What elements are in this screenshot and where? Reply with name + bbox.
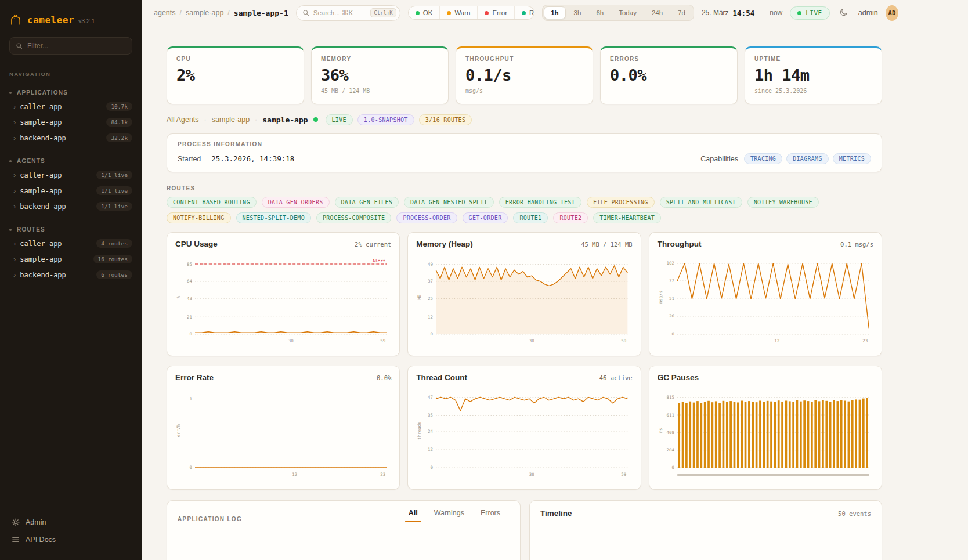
svg-text:815: 815	[666, 395, 674, 400]
sidebar-logo-row: cameleer v3.2.1	[0, 0, 142, 26]
capability-chip-metrics: METRICS	[833, 153, 871, 164]
sidebar-section-header-agents[interactable]: AGENTS	[0, 155, 142, 167]
time-range-3h[interactable]: 3h	[567, 6, 588, 19]
agent-badges: LIVE1.0-SNAPSHOT3/16 ROUTES	[326, 114, 472, 125]
time-range-6h[interactable]: 6h	[589, 6, 611, 19]
time-range-today[interactable]: Today	[612, 6, 644, 19]
sidebar-item-badge: 10.7k	[106, 102, 132, 111]
started-value: 25.3.2026, 14:39:18	[211, 154, 294, 163]
stat-card-throughput: THROUGHPUT0.1/smsg/s	[456, 46, 593, 104]
sidebar-item-agents-sample-app[interactable]: ›sample-app1/1 live	[0, 183, 142, 198]
route-chip-notify-billing[interactable]: NOTIFY-BILLING	[167, 212, 231, 223]
log-tab-all[interactable]: All	[409, 509, 418, 522]
process-info-title: PROCESS INFORMATION	[178, 141, 871, 147]
sidebar-item-agents-backend-app[interactable]: ›backend-app1/1 live	[0, 198, 142, 214]
chart-plot-throughput: 0265177102msg/s1223	[658, 252, 873, 345]
sidebar-item-label: backend-app	[20, 203, 92, 211]
log-tab-errors[interactable]: Errors	[481, 509, 500, 522]
route-chip-nested-split-demo[interactable]: NESTED-SPLIT-DEMO	[236, 212, 311, 223]
time-range-1h[interactable]: 1h	[544, 6, 565, 19]
chart-card-gc-pauses: GC Pauses0204408611815ms	[649, 366, 882, 490]
breadcrumb-sample-app[interactable]: sample-app	[186, 9, 223, 17]
global-search-input[interactable]	[313, 9, 366, 16]
route-chip-notify-warehouse[interactable]: NOTIFY-WAREHOUSE	[747, 197, 819, 208]
route-chip-file-processing[interactable]: FILE-PROCESSING	[587, 197, 655, 208]
route-chip-route2[interactable]: ROUTE2	[553, 212, 588, 223]
search-icon	[16, 42, 23, 49]
route-chip-timer-heartbeat[interactable]: TIMER-HEARTBEAT	[593, 212, 661, 223]
chart-plot-cpu-usage: 021436485%3059Alert	[175, 252, 391, 345]
theme-toggle-button[interactable]	[837, 5, 851, 21]
svg-text:59: 59	[622, 338, 627, 344]
route-chip-content-based-routing[interactable]: CONTENT-BASED-ROUTING	[167, 197, 257, 208]
time-range-7d[interactable]: 7d	[671, 6, 692, 19]
chart-title: CPU Usage	[175, 240, 218, 248]
bottom-row: APPLICATION LOG AllWarningsErrors Timeli…	[167, 500, 882, 560]
chart-card-error-rate: Error Rate0.0%01err/h1223	[167, 366, 400, 490]
sidebar-item-routes-caller-app[interactable]: ›caller-app4 routes	[0, 236, 142, 251]
sidebar-item-routes-backend-app[interactable]: ›backend-app6 routes	[0, 267, 142, 283]
log-tab-warnings[interactable]: Warnings	[434, 509, 464, 522]
stat-value: 1h 14m	[754, 66, 872, 84]
sidebar-section-header-applications[interactable]: APPLICATIONS	[0, 86, 142, 99]
route-chip-data-gen-nested-split[interactable]: DATA-GEN-NESTED-SPLIT	[404, 197, 494, 208]
range-end-label[interactable]: now	[770, 9, 782, 17]
sidebar-item-badge: 16 routes	[93, 255, 132, 263]
sidebar-item-applications-caller-app[interactable]: ›caller-app10.7k	[0, 99, 142, 114]
app-version: v3.2.1	[78, 17, 95, 24]
route-chip-process-composite[interactable]: PROCESS-COMPOSITE	[316, 212, 391, 223]
route-chip-route1[interactable]: ROUTE1	[513, 212, 548, 223]
log-tabs: AllWarningsErrors	[409, 509, 500, 522]
chart-title: Thread Count	[416, 373, 467, 382]
moon-icon	[839, 8, 848, 19]
started-label: Started	[178, 155, 201, 163]
route-chip-error-handling-test[interactable]: ERROR-HANDLING-TEST	[499, 197, 581, 208]
section-bullet-icon	[9, 92, 12, 94]
sidebar-footer-label: API Docs	[26, 536, 56, 544]
stat-value: 36%	[321, 66, 439, 84]
search-bar: Ctrl+K	[296, 5, 400, 21]
avatar[interactable]: AD	[886, 5, 898, 21]
live-indicator[interactable]: LIVE	[790, 6, 830, 20]
status-filter-error[interactable]: Error	[477, 6, 514, 19]
status-filter-warn[interactable]: Warn	[439, 6, 477, 19]
sidebar-item-api-docs[interactable]: API Docs	[9, 531, 132, 548]
sidebar-footer: Admin API Docs	[0, 505, 142, 560]
sidebar-section-header-routes[interactable]: ROUTES	[0, 223, 142, 236]
all-agents-link[interactable]: All Agents	[167, 115, 199, 124]
svg-text:0: 0	[190, 465, 193, 471]
chart-header: GC Pauses	[658, 373, 873, 382]
sidebar-item-applications-backend-app[interactable]: ›backend-app32.2k	[0, 130, 142, 146]
sidebar-item-badge: 1/1 live	[96, 202, 132, 211]
agent-bar-separator: ·	[204, 115, 207, 124]
section-bullet-icon	[9, 229, 12, 231]
route-chip-process-order[interactable]: PROCESS-ORDER	[396, 212, 457, 223]
breadcrumb-agents[interactable]: agents	[154, 9, 176, 17]
status-filter-ok[interactable]: OK	[409, 6, 440, 19]
svg-text:23: 23	[380, 472, 385, 477]
time-range-24h[interactable]: 24h	[645, 6, 670, 19]
chart-card-thread-count: Thread Count46 active012243547threads305…	[407, 366, 641, 490]
route-chip-data-gen-orders[interactable]: DATA-GEN-ORDERS	[262, 197, 330, 208]
sidebar-item-routes-sample-app[interactable]: ›sample-app16 routes	[0, 251, 142, 267]
breadcrumb-separator: /	[180, 9, 182, 17]
process-info-panel: PROCESS INFORMATION Started 25.3.2026, 1…	[167, 133, 882, 172]
stat-value: 2%	[176, 66, 294, 84]
status-filter-running[interactable]: Running	[514, 6, 534, 19]
timeline-title: Timeline	[540, 509, 572, 518]
stat-label: THROUGHPUT	[465, 56, 583, 62]
route-chip-get-order[interactable]: GET-ORDER	[463, 212, 508, 223]
sidebar-item-admin[interactable]: Admin	[9, 514, 132, 531]
breadcrumb: agents / sample-app / sample-app-1	[154, 9, 288, 17]
route-chip-split-and-multicast[interactable]: SPLIT-AND-MULTICAST	[660, 197, 742, 208]
stat-card-uptime: UPTIME1h 14msince 25.3.2026	[745, 46, 882, 104]
sidebar-item-applications-sample-app[interactable]: ›sample-app84.1k	[0, 114, 142, 130]
sidebar-filter-input[interactable]	[27, 42, 126, 50]
agent-app-link[interactable]: sample-app	[212, 115, 250, 124]
chart-title: Error Rate	[175, 373, 214, 382]
svg-text:26: 26	[669, 313, 675, 319]
route-chip-data-gen-files[interactable]: DATA-GEN-FILES	[335, 197, 399, 208]
svg-text:35: 35	[428, 413, 433, 418]
sidebar-item-agents-caller-app[interactable]: ›caller-app1/1 live	[0, 167, 142, 183]
sidebar-item-label: sample-app	[20, 187, 92, 195]
